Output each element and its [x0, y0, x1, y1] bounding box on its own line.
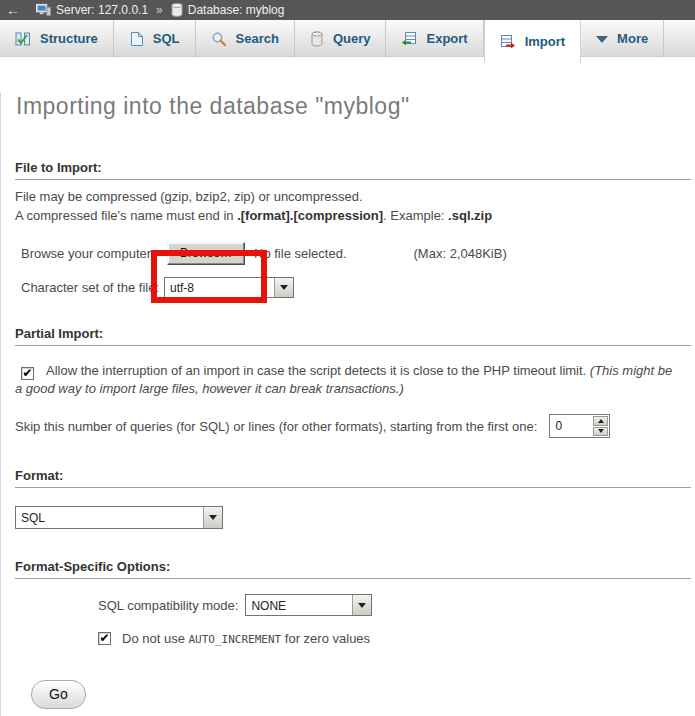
charset-select[interactable]: utf-8: [164, 277, 294, 298]
format-specific-options-heading: Format-Specific Options:: [15, 559, 691, 579]
export-icon: [401, 31, 417, 47]
sql-compatibility-value: NONE: [246, 595, 352, 615]
tab-label: More: [617, 31, 648, 46]
dropdown-arrow-icon[interactable]: [352, 595, 371, 615]
back-arrow-icon[interactable]: ←: [6, 2, 30, 18]
browse-label: Browse your computer:: [21, 246, 164, 261]
breadcrumb-database-label: Database: myblog: [188, 3, 285, 17]
server-icon: [36, 3, 51, 17]
no-file-selected-text: No file selected.: [254, 246, 347, 261]
allow-interruption-row: ✔Allow the interruption of an import in …: [15, 362, 681, 397]
skip-queries-spinner[interactable]: 0: [549, 414, 610, 438]
sql-icon: [129, 31, 144, 47]
spinner-down-icon[interactable]: [593, 427, 608, 437]
breadcrumb-database[interactable]: Database: myblog: [171, 3, 285, 17]
auto-increment-row: ✔ Do not use AUTO_INCREMENT for zero val…: [98, 631, 695, 646]
tab-label: Query: [333, 31, 371, 46]
import-icon: [500, 34, 516, 50]
tab-label: SQL: [153, 31, 180, 46]
tab-label: Export: [426, 31, 467, 46]
dropdown-arrow-icon[interactable]: [274, 278, 293, 297]
allow-interruption-text: Allow the interruption of an import in c…: [46, 363, 590, 378]
tab-structure[interactable]: Structure: [0, 20, 114, 57]
go-button[interactable]: Go: [31, 680, 86, 709]
skip-queries-label: Skip this number of queries (for SQL) or…: [15, 419, 537, 434]
import-page: Importing into the database "myblog" Fil…: [0, 93, 695, 716]
query-icon: [310, 31, 324, 47]
tab-label: Import: [525, 34, 565, 49]
allow-interruption-checkbox[interactable]: ✔: [21, 367, 34, 380]
tab-bar: Structure SQL Search: [0, 20, 695, 63]
tab-label: Search: [236, 31, 279, 46]
dropdown-arrow-icon[interactable]: [203, 507, 222, 528]
structure-icon: [15, 31, 31, 47]
search-icon: [211, 31, 227, 47]
charset-row: Character set of the file: utf-8: [21, 277, 695, 298]
tab-strip: Structure SQL Search: [0, 20, 695, 57]
compression-info-line2: A compressed file's name must end in .[f…: [15, 207, 681, 225]
tab-query[interactable]: Query: [295, 20, 387, 57]
tab-export[interactable]: Export: [386, 20, 483, 57]
tab-label: Structure: [40, 31, 98, 46]
caret-down-icon: [596, 36, 608, 43]
breadcrumb-server[interactable]: Server: 127.0.0.1: [36, 3, 148, 17]
database-icon: [171, 3, 183, 17]
breadcrumb-separator: »: [154, 3, 165, 17]
spinner-up-icon[interactable]: [593, 416, 608, 426]
tab-import[interactable]: Import: [484, 20, 581, 63]
max-size-text: (Max: 2,048KiB): [414, 246, 507, 261]
file-upload-row: Browse your computer: Browse… No file se…: [21, 242, 695, 265]
page-title: Importing into the database "myblog": [16, 93, 695, 120]
format-heading: Format:: [15, 468, 691, 488]
auto-increment-label: Do not use AUTO_INCREMENT for zero value…: [122, 631, 370, 646]
auto-increment-checkbox[interactable]: ✔: [98, 632, 111, 645]
breadcrumb-bar: ← Server: 127.0.0.1 » Database: myblog: [0, 0, 695, 20]
spinner-buttons: [592, 415, 609, 437]
tab-search[interactable]: Search: [196, 20, 295, 57]
compression-info-line1: File may be compressed (gzip, bzip2, zip…: [15, 188, 681, 206]
tab-sql[interactable]: SQL: [114, 20, 196, 57]
partial-import-heading: Partial Import:: [15, 326, 691, 346]
format-selected-value: SQL: [16, 507, 203, 528]
breadcrumb-server-label: Server: 127.0.0.1: [56, 3, 148, 17]
file-to-import-heading: File to Import:: [15, 160, 691, 180]
skip-queries-row: Skip this number of queries (for SQL) or…: [15, 414, 695, 438]
skip-queries-value: 0: [550, 415, 592, 437]
format-select[interactable]: SQL: [15, 506, 223, 529]
sql-compatibility-row: SQL compatibility mode: NONE: [98, 594, 695, 616]
format-row: SQL: [15, 506, 695, 529]
charset-selected-value: utf-8: [165, 278, 274, 297]
sql-compatibility-label: SQL compatibility mode:: [98, 598, 238, 613]
sql-compatibility-select[interactable]: NONE: [245, 594, 372, 616]
browse-button[interactable]: Browse…: [167, 242, 245, 265]
charset-label: Character set of the file:: [21, 280, 164, 295]
tab-more[interactable]: More: [581, 20, 664, 57]
